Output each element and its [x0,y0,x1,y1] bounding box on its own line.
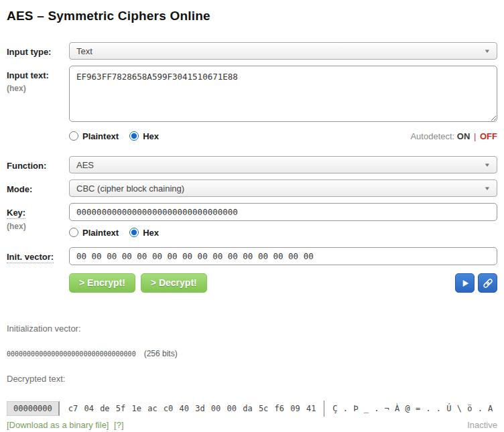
hexdump-separator [324,401,324,417]
mode-select[interactable]: CBC (cipher block chaining) ▼ [69,179,497,197]
function-select[interactable]: AES ▼ [69,156,497,173]
input-format-row: Plaintext Hex Autodetect: ON | OFF [69,130,497,142]
key-plaintext-option[interactable]: Plaintext [69,228,119,238]
autodetect-control: Autodetect: ON | OFF [410,131,497,141]
mode-value: CBC (cipher block chaining) [76,184,184,194]
key-hex-note: (hex) [7,222,69,231]
input-hex-radio[interactable] [129,131,139,141]
autodetect-on-link[interactable]: ON [457,131,470,141]
key-label: Key: [7,208,25,219]
function-label: Function: [7,161,46,171]
decrypted-text-heading: Decrypted text: [7,374,497,384]
aes-tool-page: AES – Symmetric Ciphers Online Input typ… [0,0,504,430]
init-vector-input[interactable] [69,247,497,265]
decrypt-button[interactable]: > Decrypt! [141,273,207,293]
hexdump-ascii: Ç . Þ _ . ¬ À @ = . . Ú \ ö . A [332,404,493,413]
input-hex-option[interactable]: Hex [129,131,159,141]
action-buttons-row: > Encrypt! > Decrypt! [69,273,497,293]
download-binary-link[interactable]: [Download as a binary file] [7,420,109,430]
input-text-label: Input text: [7,70,49,80]
play-icon [460,278,470,289]
key-format-row: Plaintext Hex [69,226,497,238]
input-type-select[interactable]: Text ▼ [69,42,497,60]
function-value: AES [76,160,94,170]
input-type-value: Text [76,46,92,56]
run-button[interactable] [455,273,475,293]
key-hex-radio[interactable] [129,228,139,237]
chevron-down-icon: ▼ [484,186,491,192]
hexdump-offset: 00000000 [7,401,60,416]
iv-result-heading: Initialization vector: [7,323,497,334]
input-plaintext-label: Plaintext [82,131,119,141]
result-footer: [Download as a binary file] [?] Inactive [7,420,497,430]
row-input-text: Input text: (hex) EF963FF7828658A599F304… [7,66,497,142]
key-input[interactable] [69,203,497,221]
input-plaintext-option[interactable]: Plaintext [69,131,119,141]
chevron-down-icon: ▼ [484,162,491,168]
row-function: Function: AES ▼ [7,156,497,173]
chevron-down-icon: ▼ [484,48,491,54]
row-init-vector: Init. vector: > Encrypt! > Decrypt! [7,247,497,293]
row-key: Key: (hex) Plaintext Hex [7,203,497,238]
key-plaintext-radio[interactable] [69,228,78,237]
hexdump-row: 00000000 c7 04 de 5f 1e ac c0 40 3d 00 0… [7,401,497,417]
page-title: AES – Symmetric Ciphers Online [7,9,497,23]
autodetect-separator: | [474,131,476,141]
result-section: Initialization vector: 00000000000000000… [7,323,497,430]
input-hex-label: Hex [143,131,159,141]
key-hex-option[interactable]: Hex [129,228,159,238]
mode-label: Mode: [7,184,32,194]
input-plaintext-radio[interactable] [69,131,78,141]
autodetect-label: Autodetect: [410,131,454,141]
input-type-label: Input type: [7,47,51,57]
input-text-area[interactable]: EF963FF7828658A599F3041510671E88 [69,66,497,122]
iv-result-line: 00000000000000000000000000000000 (256 bi… [7,349,497,358]
row-input-type: Input type: Text ▼ [7,42,497,60]
init-vector-label: Init. vector: [7,252,54,263]
link-icon [482,277,494,289]
iv-result-value: 00000000000000000000000000000000 [7,350,136,358]
iv-result-bits: (256 bits) [144,349,178,358]
input-text-hex-note: (hex) [7,84,69,93]
row-mode: Mode: CBC (cipher block chaining) ▼ [7,179,497,197]
key-hex-label: Hex [143,228,159,238]
key-plaintext-label: Plaintext [82,228,119,238]
help-link[interactable]: [?] [114,420,123,430]
encrypt-button[interactable]: > Encrypt! [69,273,135,293]
permalink-button[interactable] [478,273,497,293]
autodetect-off-link[interactable]: OFF [480,131,497,141]
status-badge: Inactive [467,420,497,430]
hexdump-bytes: c7 04 de 5f 1e ac c0 40 3d 00 00 da 5c f… [68,404,316,413]
